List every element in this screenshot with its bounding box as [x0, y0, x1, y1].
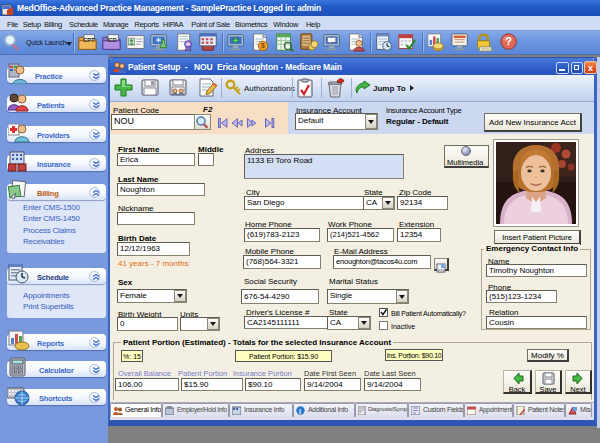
svg-text:$: $ — [261, 42, 265, 50]
svg-text:Authorizations: Authorizations — [244, 84, 295, 93]
svg-text:ICD: ICD — [107, 37, 117, 43]
svg-text:?: ? — [505, 35, 512, 47]
svg-text:Jump To: Jump To — [373, 84, 406, 93]
svg-text:CPT: CPT — [83, 37, 95, 43]
